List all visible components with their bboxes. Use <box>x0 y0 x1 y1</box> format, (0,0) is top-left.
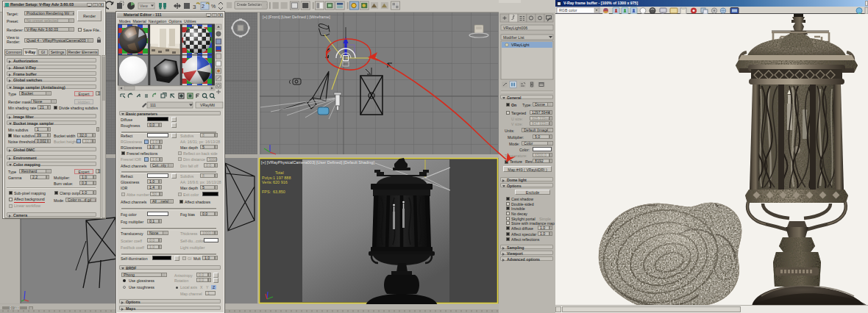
svg-text:Modifier List: Modifier List <box>503 35 524 40</box>
svg-text:VRayLight006: VRayLight006 <box>503 26 527 30</box>
svg-text:View: View <box>140 4 148 8</box>
svg-text:VRayMtl: VRayMtl <box>200 103 215 107</box>
svg-text:%: % <box>211 4 216 9</box>
svg-text:111: 111 <box>150 103 156 107</box>
svg-text:RGB color: RGB color <box>559 8 577 12</box>
svg-text:3: 3 <box>193 4 196 10</box>
svg-text:VRayLight: VRayLight <box>511 43 530 47</box>
svg-text:2: 2 <box>202 4 204 9</box>
